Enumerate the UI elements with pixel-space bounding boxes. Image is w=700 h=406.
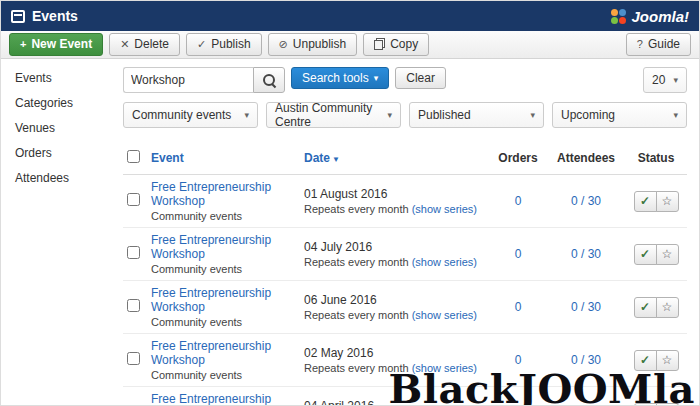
- orders-count-link[interactable]: 0: [515, 247, 522, 261]
- publish-toggle-button[interactable]: ✓: [634, 191, 657, 212]
- show-series-link[interactable]: (show series): [412, 309, 477, 321]
- row-checkbox[interactable]: [127, 193, 140, 206]
- sort-by-date-link[interactable]: Date: [304, 151, 330, 165]
- feature-toggle-button[interactable]: ☆: [656, 244, 679, 265]
- search-tools-button[interactable]: Search tools ▾: [291, 67, 389, 89]
- repeat-text: Repeats every month: [304, 362, 409, 374]
- search-row: Search tools ▾ Clear 20 ▾: [123, 67, 687, 93]
- joomla-logo-text: Joomla!: [631, 8, 689, 25]
- orders-count-link[interactable]: 0: [515, 300, 522, 314]
- sidebar: Events Categories Venues Orders Attendee…: [1, 59, 119, 406]
- list-limit-select[interactable]: 20 ▾: [643, 67, 687, 93]
- chevron-down-icon: ▾: [387, 110, 392, 120]
- event-category: Community events: [151, 210, 304, 222]
- table-row: Free Entrepreneurship Workshop Community…: [123, 334, 687, 387]
- copy-button[interactable]: Copy: [363, 33, 429, 55]
- feature-toggle-button[interactable]: ☆: [656, 350, 679, 371]
- event-title-link[interactable]: Free Entrepreneurship Workshop: [151, 392, 304, 406]
- table-row: Free Entrepreneurship Workshop Community…: [123, 387, 687, 406]
- event-category: Community events: [151, 369, 304, 381]
- publish-toggle-button[interactable]: ✓: [634, 297, 657, 318]
- event-title-link[interactable]: Free Entrepreneurship Workshop: [151, 233, 304, 261]
- attendees-header: Attendees: [547, 151, 625, 165]
- main-content: Search tools ▾ Clear 20 ▾ Community even…: [119, 59, 699, 406]
- event-title-link[interactable]: Free Entrepreneurship Workshop: [151, 180, 304, 208]
- filter-venue-select[interactable]: Austin Community Centre ▾: [266, 102, 401, 128]
- unpublish-button[interactable]: ⊘ Unpublish: [268, 33, 358, 55]
- chevron-down-icon: ▾: [374, 73, 379, 84]
- table-row: Free Entrepreneurship Workshop Community…: [123, 281, 687, 334]
- delete-button[interactable]: ✕ Delete: [109, 33, 180, 55]
- table-body: Free Entrepreneurship Workshop Community…: [123, 175, 687, 406]
- attendees-count-link[interactable]: 0 / 30: [571, 247, 601, 261]
- chevron-down-icon: ▾: [244, 110, 249, 120]
- new-event-button[interactable]: + New Event: [9, 33, 103, 55]
- event-title-link[interactable]: Free Entrepreneurship Workshop: [151, 339, 304, 367]
- select-all-checkbox[interactable]: [127, 150, 140, 163]
- guide-button[interactable]: ? Guide: [626, 33, 691, 55]
- clear-button[interactable]: Clear: [395, 67, 446, 89]
- copy-icon: [374, 38, 385, 50]
- orders-count-link[interactable]: 0: [515, 353, 522, 367]
- feature-toggle-button[interactable]: ☆: [656, 297, 679, 318]
- publish-button[interactable]: ✓ Publish: [186, 33, 262, 55]
- feature-toggle-button[interactable]: ☆: [656, 403, 679, 406]
- show-series-link[interactable]: (show series): [412, 256, 477, 268]
- calendar-icon: [11, 10, 25, 23]
- publish-toggle-button[interactable]: ✓: [634, 350, 657, 371]
- page-title: Events: [32, 8, 78, 24]
- event-date: 01 August 2016: [304, 187, 489, 201]
- sort-desc-icon: ▼: [332, 155, 340, 164]
- filter-row: Community events ▾ Austin Community Cent…: [123, 102, 687, 128]
- show-series-link[interactable]: (show series): [412, 203, 477, 215]
- joomla-logo-icon: [611, 9, 626, 24]
- row-checkbox[interactable]: [127, 299, 140, 312]
- joomla-logo: Joomla!: [611, 8, 689, 25]
- publish-toggle-button[interactable]: ✓: [634, 403, 657, 406]
- joomla-events-page: Events Joomla! + New Event ✕ Delete ✓ Pu…: [0, 0, 700, 406]
- event-date: 04 July 2016: [304, 240, 489, 254]
- attendees-count-link[interactable]: 0 / 30: [571, 194, 601, 208]
- table-row: Free Entrepreneurship Workshop Community…: [123, 228, 687, 281]
- event-title-link[interactable]: Free Entrepreneurship Workshop: [151, 286, 304, 314]
- unpublish-icon: ⊘: [279, 38, 288, 51]
- filter-time-select[interactable]: Upcoming ▾: [552, 102, 687, 128]
- event-date: 04 April 2016: [304, 399, 489, 406]
- chevron-down-icon: ▾: [673, 75, 678, 85]
- question-icon: ?: [637, 38, 643, 51]
- sidebar-item-venues[interactable]: Venues: [15, 121, 119, 135]
- sidebar-item-events[interactable]: Events: [15, 71, 119, 85]
- status-header: Status: [625, 151, 687, 165]
- event-date: 06 June 2016: [304, 293, 489, 307]
- publish-icon: ✓: [197, 38, 206, 51]
- search-input[interactable]: [123, 67, 253, 93]
- plus-icon: +: [20, 38, 26, 51]
- event-category: Community events: [151, 263, 304, 275]
- publish-toggle-button[interactable]: ✓: [634, 244, 657, 265]
- repeat-text: Repeats every month: [304, 256, 409, 268]
- filter-category-select[interactable]: Community events ▾: [123, 102, 258, 128]
- sidebar-item-categories[interactable]: Categories: [15, 96, 119, 110]
- attendees-count-link[interactable]: 0 / 30: [571, 353, 601, 367]
- row-checkbox[interactable]: [127, 246, 140, 259]
- table-row: Free Entrepreneurship Workshop Community…: [123, 175, 687, 228]
- chevron-down-icon: ▾: [673, 110, 678, 120]
- orders-count-link[interactable]: 0: [515, 194, 522, 208]
- row-checkbox[interactable]: [127, 352, 140, 365]
- top-bar: Events Joomla!: [1, 1, 699, 31]
- search-icon: [263, 74, 276, 87]
- toolbar: + New Event ✕ Delete ✓ Publish ⊘ Unpubli…: [1, 31, 699, 59]
- attendees-count-link[interactable]: 0 / 30: [571, 300, 601, 314]
- search-submit-button[interactable]: [253, 67, 285, 93]
- sidebar-item-orders[interactable]: Orders: [15, 146, 119, 160]
- repeat-text: Repeats every month: [304, 203, 409, 215]
- chevron-down-icon: ▾: [530, 110, 535, 120]
- event-category: Community events: [151, 316, 304, 328]
- filter-status-select[interactable]: Published ▾: [409, 102, 544, 128]
- event-date: 02 May 2016: [304, 346, 489, 360]
- table-header: Event Date▼ Orders Attendees Status: [123, 144, 687, 175]
- sort-by-event-link[interactable]: Event: [151, 151, 184, 165]
- sidebar-item-attendees[interactable]: Attendees: [15, 171, 119, 185]
- feature-toggle-button[interactable]: ☆: [656, 191, 679, 212]
- show-series-link[interactable]: (show series): [412, 362, 477, 374]
